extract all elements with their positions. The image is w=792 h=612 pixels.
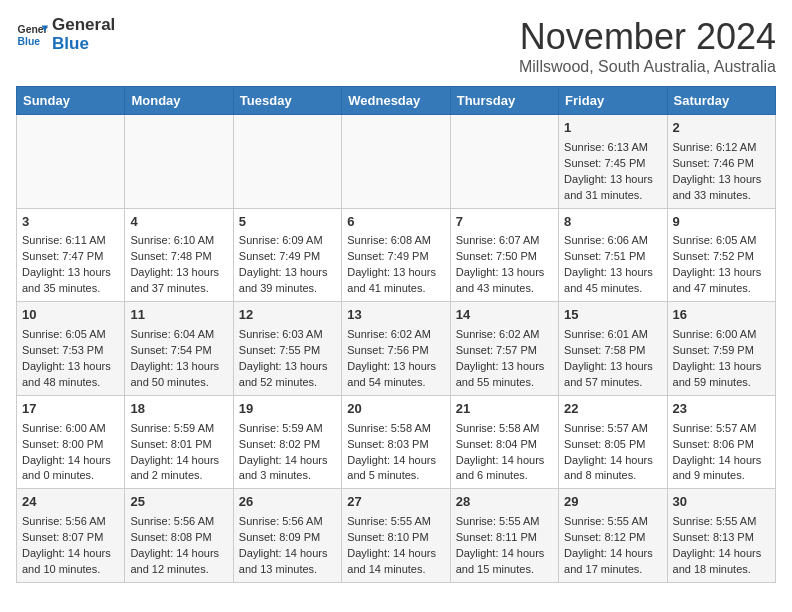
day-info: Sunset: 7:51 PM bbox=[564, 249, 661, 265]
day-number: 13 bbox=[347, 306, 444, 325]
day-number: 30 bbox=[673, 493, 770, 512]
calendar-cell: 19Sunrise: 5:59 AMSunset: 8:02 PMDayligh… bbox=[233, 395, 341, 489]
calendar-week-5: 24Sunrise: 5:56 AMSunset: 8:07 PMDayligh… bbox=[17, 489, 776, 583]
location-subtitle: Millswood, South Australia, Australia bbox=[519, 58, 776, 76]
logo-icon: General Blue bbox=[16, 19, 48, 51]
calendar-cell: 16Sunrise: 6:00 AMSunset: 7:59 PMDayligh… bbox=[667, 302, 775, 396]
calendar-cell: 18Sunrise: 5:59 AMSunset: 8:01 PMDayligh… bbox=[125, 395, 233, 489]
day-info: Daylight: 14 hours and 13 minutes. bbox=[239, 546, 336, 578]
logo-general: General bbox=[52, 16, 115, 35]
day-number: 10 bbox=[22, 306, 119, 325]
day-info: Sunset: 7:47 PM bbox=[22, 249, 119, 265]
day-info: Daylight: 14 hours and 14 minutes. bbox=[347, 546, 444, 578]
day-info: Sunset: 8:11 PM bbox=[456, 530, 553, 546]
calendar-cell: 13Sunrise: 6:02 AMSunset: 7:56 PMDayligh… bbox=[342, 302, 450, 396]
day-number: 22 bbox=[564, 400, 661, 419]
col-header-wednesday: Wednesday bbox=[342, 87, 450, 115]
day-info: Daylight: 13 hours and 47 minutes. bbox=[673, 265, 770, 297]
calendar-cell bbox=[125, 115, 233, 209]
calendar-cell: 30Sunrise: 5:55 AMSunset: 8:13 PMDayligh… bbox=[667, 489, 775, 583]
logo-blue: Blue bbox=[52, 35, 115, 54]
day-info: Sunset: 8:08 PM bbox=[130, 530, 227, 546]
day-info: Sunset: 7:49 PM bbox=[239, 249, 336, 265]
day-info: Daylight: 14 hours and 10 minutes. bbox=[22, 546, 119, 578]
calendar-cell: 7Sunrise: 6:07 AMSunset: 7:50 PMDaylight… bbox=[450, 208, 558, 302]
calendar-cell: 14Sunrise: 6:02 AMSunset: 7:57 PMDayligh… bbox=[450, 302, 558, 396]
day-info: Sunrise: 6:07 AM bbox=[456, 233, 553, 249]
day-info: Sunset: 7:59 PM bbox=[673, 343, 770, 359]
day-number: 3 bbox=[22, 213, 119, 232]
day-info: Sunrise: 5:58 AM bbox=[456, 421, 553, 437]
day-info: Sunrise: 6:05 AM bbox=[673, 233, 770, 249]
day-info: Daylight: 14 hours and 18 minutes. bbox=[673, 546, 770, 578]
calendar-header-row: SundayMondayTuesdayWednesdayThursdayFrid… bbox=[17, 87, 776, 115]
calendar-cell bbox=[233, 115, 341, 209]
calendar-cell: 20Sunrise: 5:58 AMSunset: 8:03 PMDayligh… bbox=[342, 395, 450, 489]
day-info: Sunrise: 6:09 AM bbox=[239, 233, 336, 249]
calendar-table: SundayMondayTuesdayWednesdayThursdayFrid… bbox=[16, 86, 776, 583]
day-info: Sunset: 8:02 PM bbox=[239, 437, 336, 453]
calendar-cell: 21Sunrise: 5:58 AMSunset: 8:04 PMDayligh… bbox=[450, 395, 558, 489]
month-title: November 2024 bbox=[519, 16, 776, 58]
day-info: Sunset: 7:55 PM bbox=[239, 343, 336, 359]
day-info: Sunset: 8:10 PM bbox=[347, 530, 444, 546]
day-number: 29 bbox=[564, 493, 661, 512]
day-info: Sunset: 8:00 PM bbox=[22, 437, 119, 453]
col-header-tuesday: Tuesday bbox=[233, 87, 341, 115]
day-number: 26 bbox=[239, 493, 336, 512]
day-info: Sunrise: 5:55 AM bbox=[673, 514, 770, 530]
day-number: 4 bbox=[130, 213, 227, 232]
day-info: Sunset: 7:49 PM bbox=[347, 249, 444, 265]
day-number: 2 bbox=[673, 119, 770, 138]
day-info: Sunrise: 5:55 AM bbox=[564, 514, 661, 530]
day-info: Sunrise: 5:55 AM bbox=[347, 514, 444, 530]
day-info: Sunrise: 6:04 AM bbox=[130, 327, 227, 343]
day-number: 18 bbox=[130, 400, 227, 419]
day-info: Daylight: 13 hours and 31 minutes. bbox=[564, 172, 661, 204]
day-info: Sunset: 8:01 PM bbox=[130, 437, 227, 453]
day-info: Sunrise: 5:59 AM bbox=[239, 421, 336, 437]
day-info: Sunrise: 6:03 AM bbox=[239, 327, 336, 343]
calendar-cell: 11Sunrise: 6:04 AMSunset: 7:54 PMDayligh… bbox=[125, 302, 233, 396]
day-info: Sunset: 8:06 PM bbox=[673, 437, 770, 453]
day-info: Sunrise: 6:13 AM bbox=[564, 140, 661, 156]
page-header: General Blue General Blue November 2024 … bbox=[16, 16, 776, 76]
day-info: Daylight: 14 hours and 9 minutes. bbox=[673, 453, 770, 485]
calendar-cell: 17Sunrise: 6:00 AMSunset: 8:00 PMDayligh… bbox=[17, 395, 125, 489]
day-info: Sunset: 8:07 PM bbox=[22, 530, 119, 546]
day-info: Daylight: 13 hours and 45 minutes. bbox=[564, 265, 661, 297]
col-header-saturday: Saturday bbox=[667, 87, 775, 115]
calendar-cell: 4Sunrise: 6:10 AMSunset: 7:48 PMDaylight… bbox=[125, 208, 233, 302]
calendar-cell: 29Sunrise: 5:55 AMSunset: 8:12 PMDayligh… bbox=[559, 489, 667, 583]
day-info: Sunrise: 6:10 AM bbox=[130, 233, 227, 249]
calendar-cell: 2Sunrise: 6:12 AMSunset: 7:46 PMDaylight… bbox=[667, 115, 775, 209]
day-number: 27 bbox=[347, 493, 444, 512]
calendar-cell: 6Sunrise: 6:08 AMSunset: 7:49 PMDaylight… bbox=[342, 208, 450, 302]
day-info: Daylight: 13 hours and 41 minutes. bbox=[347, 265, 444, 297]
calendar-cell: 8Sunrise: 6:06 AMSunset: 7:51 PMDaylight… bbox=[559, 208, 667, 302]
day-info: Sunrise: 6:08 AM bbox=[347, 233, 444, 249]
calendar-week-4: 17Sunrise: 6:00 AMSunset: 8:00 PMDayligh… bbox=[17, 395, 776, 489]
day-number: 24 bbox=[22, 493, 119, 512]
calendar-cell: 26Sunrise: 5:56 AMSunset: 8:09 PMDayligh… bbox=[233, 489, 341, 583]
day-number: 14 bbox=[456, 306, 553, 325]
svg-text:Blue: Blue bbox=[18, 35, 41, 46]
day-info: Sunset: 7:50 PM bbox=[456, 249, 553, 265]
day-info: Sunset: 8:12 PM bbox=[564, 530, 661, 546]
day-info: Sunrise: 5:56 AM bbox=[130, 514, 227, 530]
calendar-cell: 22Sunrise: 5:57 AMSunset: 8:05 PMDayligh… bbox=[559, 395, 667, 489]
day-info: Daylight: 13 hours and 37 minutes. bbox=[130, 265, 227, 297]
calendar-cell bbox=[450, 115, 558, 209]
day-info: Sunset: 7:54 PM bbox=[130, 343, 227, 359]
day-info: Sunset: 7:48 PM bbox=[130, 249, 227, 265]
day-number: 6 bbox=[347, 213, 444, 232]
day-info: Sunrise: 5:57 AM bbox=[673, 421, 770, 437]
day-info: Daylight: 14 hours and 0 minutes. bbox=[22, 453, 119, 485]
day-info: Sunrise: 6:00 AM bbox=[673, 327, 770, 343]
day-info: Sunrise: 6:05 AM bbox=[22, 327, 119, 343]
day-info: Daylight: 13 hours and 43 minutes. bbox=[456, 265, 553, 297]
day-info: Sunset: 7:45 PM bbox=[564, 156, 661, 172]
calendar-cell: 23Sunrise: 5:57 AMSunset: 8:06 PMDayligh… bbox=[667, 395, 775, 489]
calendar-cell: 25Sunrise: 5:56 AMSunset: 8:08 PMDayligh… bbox=[125, 489, 233, 583]
calendar-week-2: 3Sunrise: 6:11 AMSunset: 7:47 PMDaylight… bbox=[17, 208, 776, 302]
